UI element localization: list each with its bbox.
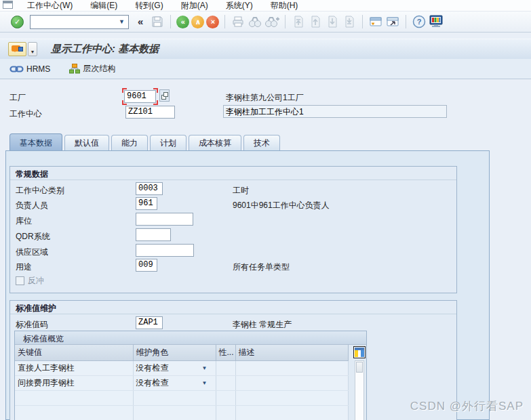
first-page-icon	[293, 16, 304, 28]
new-session-button[interactable]	[368, 14, 383, 29]
maintenance-role-dropdown[interactable]: 没有检查▼	[133, 376, 216, 391]
first-page-button[interactable]	[291, 14, 306, 29]
description-cell[interactable]	[235, 406, 348, 420]
save-button[interactable]	[150, 14, 165, 29]
hierarchy-button[interactable]: 层次结构	[66, 62, 118, 76]
back-icon: «	[181, 18, 185, 26]
collapse-toolbar-button[interactable]: «	[136, 16, 148, 28]
command-dropdown-icon[interactable]: ▼	[119, 18, 128, 25]
key-value-cell[interactable]: 直接人工李钢柱	[15, 361, 133, 376]
tab-default-values[interactable]: 默认值	[64, 135, 109, 150]
menu-item-extras[interactable]: 附加(A)	[172, 0, 217, 12]
cancel-button[interactable]: ×	[206, 16, 219, 28]
attribute-cell[interactable]	[216, 391, 235, 406]
print-icon	[232, 16, 244, 28]
next-page-icon	[327, 16, 338, 28]
storage-location-field[interactable]	[136, 213, 193, 226]
menu-item-system[interactable]: 系统(Y)	[217, 0, 262, 12]
chevron-down-icon: ▼	[202, 380, 208, 386]
plant-field[interactable]: 9601	[124, 90, 156, 103]
multiple-values-button[interactable]	[159, 89, 170, 102]
tab-costing[interactable]: 成本核算	[189, 135, 241, 150]
person-responsible-description: 9601中961工作中心负责人	[233, 200, 330, 211]
standard-value-groupbox: 标准值维护 标准值码 ZAP1 李钢柱 常规生产 标准值概览 关键值 维护角色 …	[9, 300, 457, 420]
menu-item-goto[interactable]: 转到(G)	[126, 0, 172, 12]
next-page-button[interactable]	[325, 14, 340, 29]
back-button[interactable]: «	[176, 16, 189, 28]
toolbar-separator	[285, 15, 286, 28]
supply-area-field[interactable]	[136, 244, 194, 257]
general-data-groupbox: 常规数据 工作中心类别 0003 工时 负责人员 961 9601中961工作中…	[9, 166, 457, 293]
find-next-button[interactable]	[264, 14, 279, 29]
toolbar-separator	[224, 15, 225, 28]
usage-field[interactable]: 009	[136, 259, 157, 272]
hierarchy-button-label: 层次结构	[83, 63, 115, 75]
standard-value-key-field[interactable]: ZAP1	[136, 316, 163, 329]
plant-description: 李钢柱第九公司1工厂	[226, 92, 304, 104]
scrollbar-thumb[interactable]	[356, 362, 363, 373]
hierarchy-icon	[69, 64, 80, 74]
tab-capacities[interactable]: 能力	[111, 135, 148, 150]
column-header-description[interactable]: 描述	[235, 345, 348, 361]
work-center-category-field[interactable]: 0003	[136, 182, 163, 195]
maintenance-role-cell[interactable]	[133, 406, 216, 420]
command-field[interactable]	[31, 16, 119, 28]
description-cell[interactable]	[235, 361, 348, 376]
table-settings-button[interactable]	[353, 346, 366, 358]
maintenance-role-cell[interactable]	[133, 391, 216, 406]
menu-item-work-center[interactable]: 工作中心(W)	[18, 0, 81, 12]
create-shortcut-button[interactable]	[385, 14, 400, 29]
role-value: 没有检查	[136, 362, 169, 374]
tab-technology[interactable]: 技术	[243, 135, 280, 150]
column-header-attribute[interactable]: 性...	[216, 345, 235, 361]
help-button[interactable]: ?	[412, 14, 427, 29]
tab-strip: 基本数据 默认值 能力 计划 成本核算 技术	[9, 133, 282, 150]
backflush-checkbox[interactable]	[16, 276, 24, 285]
standard-value-table: 关键值 维护角色 性... 描述 直接人工李钢柱 没有检查▼	[15, 345, 349, 420]
find-button[interactable]	[248, 14, 262, 29]
check-icon: ✓	[14, 18, 20, 26]
key-value-cell[interactable]	[15, 406, 133, 420]
key-value-cell[interactable]: 间接费用李钢柱	[15, 376, 133, 391]
services-for-object-menu-button[interactable]: ▼	[28, 42, 37, 56]
customize-layout-button[interactable]	[429, 14, 444, 29]
previous-page-button[interactable]	[308, 14, 323, 29]
menu-item-edit[interactable]: 编辑(E)	[81, 0, 126, 12]
cancel-icon: ×	[211, 18, 215, 26]
general-data-title: 常规数据	[10, 167, 456, 180]
find-next-icon	[264, 16, 279, 28]
last-page-button[interactable]	[342, 14, 357, 29]
work-center-category-description: 工时	[233, 185, 249, 196]
key-value-cell[interactable]	[15, 391, 133, 406]
overlapping-squares-icon	[163, 92, 168, 97]
table-row: 间接费用李钢柱 没有检查▼	[15, 376, 348, 391]
table-row-empty	[15, 391, 348, 406]
description-cell[interactable]	[235, 391, 348, 406]
chevron-down-icon: ▼	[202, 365, 208, 371]
attribute-cell[interactable]	[216, 361, 235, 376]
new-session-icon	[369, 16, 382, 28]
column-header-maintenance-role[interactable]: 维护角色	[133, 345, 216, 361]
attribute-cell[interactable]	[216, 376, 235, 391]
enter-button[interactable]: ✓	[11, 16, 24, 28]
qdr-system-field[interactable]	[136, 228, 171, 241]
services-for-object-button[interactable]	[8, 42, 26, 56]
column-header-key-value[interactable]: 关键值	[15, 345, 133, 361]
table-vertical-scrollbar[interactable]	[355, 360, 364, 420]
standard-value-overview-title: 标准值概览	[15, 331, 366, 345]
standard-value-key-label: 标准值码	[16, 319, 48, 331]
description-cell[interactable]	[235, 376, 348, 391]
system-menu-icon[interactable]	[3, 1, 13, 9]
tab-scheduling[interactable]: 计划	[150, 135, 186, 150]
tab-basic-data[interactable]: 基本数据	[9, 133, 62, 150]
person-responsible-field[interactable]: 961	[136, 197, 157, 210]
table-header-row: 关键值 维护角色 性... 描述	[15, 345, 348, 361]
exit-button[interactable]: ∧	[191, 16, 204, 28]
attribute-cell[interactable]	[216, 406, 235, 420]
work-center-field[interactable]: ZZ101	[125, 106, 175, 119]
hrms-button[interactable]: HRMS	[7, 63, 53, 75]
work-center-description-field[interactable]: 李钢柱加工工作中心1	[223, 105, 447, 118]
print-button[interactable]	[231, 14, 245, 29]
maintenance-role-dropdown[interactable]: 没有检查▼	[133, 361, 216, 376]
menu-item-help[interactable]: 帮助(H)	[262, 0, 307, 12]
